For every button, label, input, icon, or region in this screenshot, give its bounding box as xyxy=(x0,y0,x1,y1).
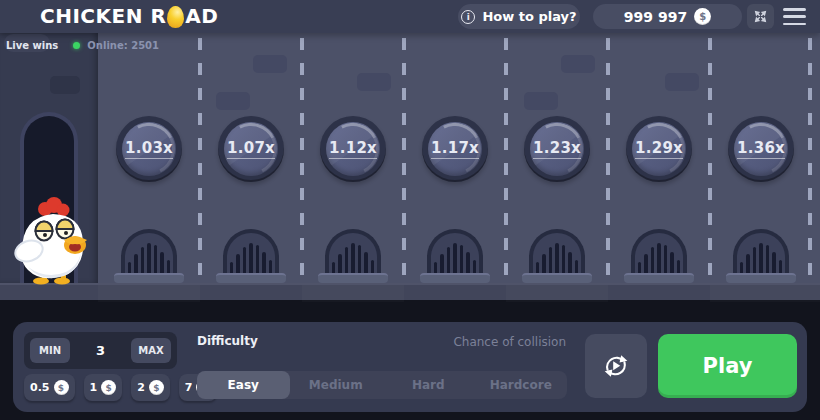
multiplier-value: 1.12x xyxy=(329,139,377,159)
sewer-grate xyxy=(631,229,687,274)
app-logo: CHICKEN RAD xyxy=(40,4,218,28)
chip-value: 0.5 xyxy=(30,381,50,394)
difficulty-option-medium[interactable]: Medium xyxy=(290,371,383,399)
bet-amount-value[interactable]: 3 xyxy=(96,343,105,358)
expand-icon xyxy=(754,10,767,23)
fullscreen-button[interactable] xyxy=(747,4,774,29)
multiplier-value: 1.23x xyxy=(533,139,581,159)
multiplier-hatch-face: 1.03x xyxy=(122,122,176,176)
difficulty-option-hardcore[interactable]: Hardcore xyxy=(475,371,568,399)
road-lane: 1.07x xyxy=(200,33,302,283)
road-lane: 1.36x xyxy=(710,33,812,283)
sewer-grate xyxy=(223,229,279,274)
coin-icon: $ xyxy=(54,380,69,395)
chicken-character xyxy=(12,193,94,287)
live-wins-label: Live wins xyxy=(6,40,58,51)
multiplier-value: 1.17x xyxy=(431,139,479,159)
status-row: Live wins Online: 2501 xyxy=(6,40,159,51)
multiplier-hatch: 1.29x xyxy=(626,116,692,182)
chip-value: 2 xyxy=(137,381,145,394)
coin-icon: $ xyxy=(101,380,116,395)
sewer-grate-base xyxy=(522,273,592,283)
difficulty-option-hard[interactable]: Hard xyxy=(382,371,475,399)
multiplier-value: 1.03x xyxy=(125,139,173,159)
chip-value: 1 xyxy=(90,381,98,394)
lane-divider xyxy=(606,38,610,280)
multiplier-hatch-face: 1.17x xyxy=(428,122,482,176)
sewer-grate xyxy=(529,229,585,274)
quick-bet-chips: 0.5 $ 1 $ 2 $ 7 $ xyxy=(24,374,217,401)
lane-divider xyxy=(708,38,712,280)
top-bar: CHICKEN RAD i How to play? 999 997 $ xyxy=(0,0,820,33)
sewer-grate xyxy=(121,229,177,274)
how-to-play-button[interactable]: i How to play? xyxy=(458,4,580,29)
sidewalk xyxy=(0,283,820,300)
multiplier-hatch: 1.07x xyxy=(218,116,284,182)
chicken-road-app: 1.03x 1.07x 1.12 xyxy=(0,0,820,420)
min-bet-button[interactable]: MIN xyxy=(30,338,70,363)
sewer-grate-base xyxy=(624,273,694,283)
logo-text-prefix: CHICKEN R xyxy=(40,4,166,28)
multiplier-hatch: 1.12x xyxy=(320,116,386,182)
lane-divider xyxy=(504,38,508,280)
lane-divider xyxy=(300,38,304,280)
sewer-grate xyxy=(733,229,789,274)
online-count-label: Online: 2501 xyxy=(87,40,159,51)
road-lane: 1.12x xyxy=(302,33,404,283)
multiplier-hatch-face: 1.23x xyxy=(530,122,584,176)
difficulty-label: Difficulty xyxy=(197,334,258,348)
multiplier-hatch: 1.36x xyxy=(728,116,794,182)
balance-value: 999 997 xyxy=(624,9,687,25)
sewer-grate-base xyxy=(318,273,388,283)
coin-icon: $ xyxy=(694,8,711,25)
multiplier-hatch-face: 1.29x xyxy=(632,122,686,176)
quick-bet-chip[interactable]: 0.5 $ xyxy=(24,374,75,401)
menu-button[interactable] xyxy=(783,8,806,25)
quick-bet-chip[interactable]: 1 $ xyxy=(84,374,123,401)
road-lane: 1.29x xyxy=(608,33,710,283)
road-lane: 1.17x xyxy=(404,33,506,283)
multiplier-value: 1.07x xyxy=(227,139,275,159)
multiplier-hatch-face: 1.12x xyxy=(326,122,380,176)
sewer-grate xyxy=(325,229,381,274)
multiplier-hatch-face: 1.07x xyxy=(224,122,278,176)
lane-divider xyxy=(198,38,202,280)
max-bet-button[interactable]: MAX xyxy=(131,338,171,363)
lane-divider xyxy=(402,38,406,280)
chip-value: 7 xyxy=(185,381,193,394)
multiplier-hatch: 1.03x xyxy=(116,116,182,182)
quick-bet-chip[interactable]: 2 $ xyxy=(131,374,170,401)
auto-play-button[interactable] xyxy=(585,334,647,398)
chance-of-collision-label: Chance of collision xyxy=(453,335,566,349)
road-lane: 1.03x xyxy=(98,33,200,283)
lane-divider xyxy=(808,38,812,280)
how-to-play-label: How to play? xyxy=(482,9,576,24)
multiplier-value: 1.36x xyxy=(737,139,785,159)
info-icon: i xyxy=(461,10,475,24)
multiplier-hatch: 1.17x xyxy=(422,116,488,182)
road-lanes: 1.03x 1.07x 1.12 xyxy=(98,33,820,283)
difficulty-selector: Easy Medium Hard Hardcore xyxy=(197,371,567,399)
online-dot-icon xyxy=(73,42,80,49)
multiplier-value: 1.29x xyxy=(635,139,683,159)
bet-control-panel: MIN 3 MAX 0.5 $ 1 $ 2 $ 7 $ Difficulty C… xyxy=(13,322,807,412)
sewer-grate-base xyxy=(726,273,796,283)
play-button[interactable]: Play xyxy=(658,334,797,398)
sewer-grate-base xyxy=(114,273,184,283)
menu-icon xyxy=(783,8,806,11)
coin-icon: $ xyxy=(149,380,164,395)
balance-display: 999 997 $ xyxy=(593,4,742,29)
multiplier-hatch-face: 1.36x xyxy=(734,122,788,176)
wall-patch xyxy=(50,76,80,94)
game-scene: 1.03x 1.07x 1.12 xyxy=(0,33,820,300)
logo-text-suffix: AD xyxy=(185,4,218,28)
difficulty-option-easy[interactable]: Easy xyxy=(197,371,290,399)
multiplier-hatch: 1.23x xyxy=(524,116,590,182)
sewer-grate-base xyxy=(420,273,490,283)
sewer-grate xyxy=(427,229,483,274)
bet-amount-box: MIN 3 MAX xyxy=(24,332,177,369)
auto-cycle-icon xyxy=(600,350,632,382)
egg-icon xyxy=(167,6,184,28)
road-lane: 1.23x xyxy=(506,33,608,283)
sewer-grate-base xyxy=(216,273,286,283)
